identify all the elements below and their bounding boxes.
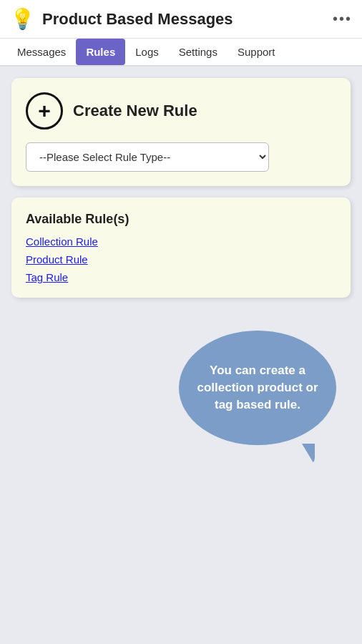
- tab-logs[interactable]: Logs: [125, 39, 169, 65]
- more-options-icon[interactable]: •••: [333, 11, 352, 27]
- main-content: + Create New Rule --Please Select Rule T…: [0, 67, 362, 309]
- nav-tabs: Messages Rules Logs Settings Support: [0, 39, 362, 67]
- tab-messages[interactable]: Messages: [7, 39, 76, 65]
- create-rule-title: Create New Rule: [73, 102, 197, 120]
- speech-bubble-container: You can create a collection product or t…: [0, 309, 362, 459]
- plus-icon[interactable]: +: [26, 92, 63, 130]
- app-title: Product Based Messages: [42, 10, 233, 29]
- create-rule-card: + Create New Rule --Please Select Rule T…: [11, 78, 351, 186]
- app-icon: 💡: [10, 7, 35, 31]
- tab-support[interactable]: Support: [228, 39, 285, 65]
- rule-type-select[interactable]: --Please Select Rule Type-- Collection R…: [26, 142, 269, 172]
- available-rules-title: Available Rule(s): [26, 212, 336, 227]
- product-rule-link[interactable]: Product Rule: [26, 253, 336, 265]
- speech-bubble-text: You can create a collection product or t…: [193, 362, 322, 413]
- app-header: 💡 Product Based Messages •••: [0, 0, 362, 39]
- available-rules-card: Available Rule(s) Collection Rule Produc…: [11, 197, 351, 298]
- tab-settings[interactable]: Settings: [169, 39, 228, 65]
- collection-rule-link[interactable]: Collection Rule: [26, 235, 336, 248]
- tab-rules[interactable]: Rules: [76, 39, 125, 65]
- header-left: 💡 Product Based Messages: [10, 7, 233, 31]
- create-rule-header: + Create New Rule: [26, 92, 336, 130]
- tag-rule-link[interactable]: Tag Rule: [26, 271, 336, 283]
- speech-bubble: You can create a collection product or t…: [179, 331, 336, 445]
